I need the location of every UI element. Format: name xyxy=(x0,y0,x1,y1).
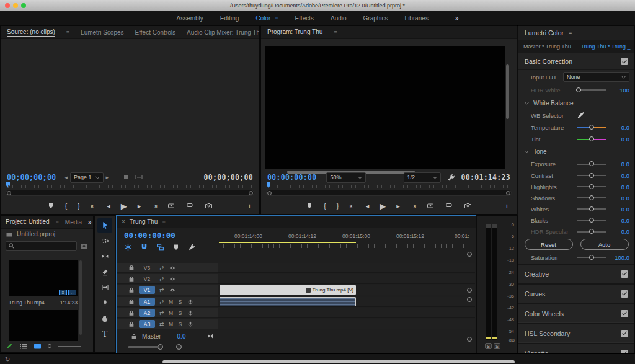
workspace-tab-assembly[interactable]: Assembly xyxy=(176,15,203,22)
goto-in-icon[interactable]: ⇤ xyxy=(349,203,355,210)
whites-slider[interactable] xyxy=(577,208,606,210)
source-timecode[interactable]: 00;00;00;00 xyxy=(7,173,56,182)
toggle-track-output-eye-icon[interactable] xyxy=(169,276,176,282)
lumetri-menu-icon[interactable]: ≡ xyxy=(569,30,572,36)
blacks-value[interactable]: 0.0 xyxy=(610,217,629,224)
workspace-tab-color[interactable]: Color xyxy=(255,15,270,22)
step-forward-icon[interactable]: ▸ xyxy=(396,203,400,210)
step-back-icon[interactable]: ◂ xyxy=(366,203,370,210)
section-color-wheels[interactable]: Color Wheels xyxy=(518,303,634,323)
goto-in-icon[interactable]: ⇤ xyxy=(91,203,96,210)
track-target-a1[interactable]: A1 xyxy=(139,298,155,306)
sync-lock-icon[interactable]: ⇄ xyxy=(159,287,164,293)
timeline-settings-wrench-icon[interactable] xyxy=(188,244,195,251)
source-zoom-handle-right[interactable] xyxy=(249,191,253,195)
solo-button[interactable]: S xyxy=(178,321,183,327)
goto-out-icon[interactable]: ⇥ xyxy=(151,203,157,210)
voiceover-mic-icon[interactable] xyxy=(187,309,193,317)
track-resize-handle[interactable] xyxy=(467,252,472,257)
section-basic-correction[interactable]: Basic Correction xyxy=(518,53,634,70)
program-vscrollbar[interactable] xyxy=(506,64,509,119)
add-marker-icon[interactable] xyxy=(306,202,313,210)
track-a2-lane[interactable] xyxy=(218,308,475,318)
project-panel-menu-icon[interactable]: ≡ xyxy=(56,219,59,225)
mute-button[interactable]: M xyxy=(169,321,174,327)
sync-lock-icon[interactable]: ⇄ xyxy=(159,299,164,305)
temperature-slider[interactable] xyxy=(577,127,606,128)
creative-checkbox[interactable] xyxy=(621,270,628,278)
output-settings-icon[interactable] xyxy=(122,174,130,181)
playback-resolution-select[interactable]: 1/2 xyxy=(404,172,441,183)
audio-clip[interactable] xyxy=(220,297,356,306)
track-a3-lane[interactable] xyxy=(218,319,475,329)
hdr-specular-slider[interactable] xyxy=(577,231,606,233)
contrast-slider[interactable] xyxy=(577,175,606,176)
section-curves[interactable]: Curves xyxy=(518,283,634,303)
contrast-value[interactable]: 0.0 xyxy=(610,172,629,179)
solo-button[interactable]: S xyxy=(178,310,183,316)
track-resize-handle[interactable] xyxy=(467,288,472,293)
pen-tool[interactable] xyxy=(97,296,112,310)
tab-source[interactable]: Source: (no clips) xyxy=(7,29,55,37)
track-v2-lane[interactable] xyxy=(218,274,475,284)
input-lut-select[interactable]: None xyxy=(563,72,629,82)
zoom-level-select[interactable]: 50% xyxy=(326,172,366,183)
sequence-clip-label[interactable]: Trung Thu * Trung _ xyxy=(580,43,630,50)
shadows-slider[interactable] xyxy=(577,197,606,198)
clip-thumbnail[interactable]: ≡ ↔ xyxy=(9,260,78,296)
page-prev-icon[interactable]: ◂ xyxy=(64,174,68,180)
bottom-scroll-strip[interactable] xyxy=(162,360,515,363)
program-zoom-handle-right[interactable] xyxy=(506,191,510,195)
project-file-row[interactable]: Untitled.prproj xyxy=(1,229,93,239)
lock-track-icon[interactable] xyxy=(128,275,135,282)
basic-correction-checkbox[interactable] xyxy=(621,58,628,65)
timeline-zoom-handle-left[interactable] xyxy=(158,344,163,350)
lock-track-icon[interactable] xyxy=(128,309,135,316)
goto-out-icon[interactable]: ⇥ xyxy=(411,203,416,210)
tone-header[interactable]: Tone xyxy=(518,145,634,158)
timeline-zoom-handle-right[interactable] xyxy=(176,344,182,350)
razor-tool[interactable] xyxy=(97,265,112,279)
new-search-bin-icon[interactable] xyxy=(80,242,88,249)
timeline-hscrollbar[interactable] xyxy=(123,344,468,350)
safe-margins-icon[interactable] xyxy=(135,174,143,181)
lock-track-icon[interactable] xyxy=(131,333,137,340)
solo-button[interactable]: S xyxy=(178,299,183,305)
master-gain-value[interactable]: 0.0 xyxy=(177,333,186,340)
project-vscrollbar[interactable] xyxy=(79,260,82,335)
timeline-scroll-thumb[interactable] xyxy=(128,346,160,348)
tab-project[interactable]: Project: Untitled xyxy=(6,218,50,226)
tint-value[interactable]: 0.0 xyxy=(610,136,629,143)
source-zoom-handle-left[interactable] xyxy=(7,191,11,195)
temperature-value[interactable]: 0.0 xyxy=(610,124,629,131)
lift-icon[interactable] xyxy=(427,202,435,210)
reset-button[interactable]: Reset xyxy=(525,239,573,250)
track-resize-handle[interactable] xyxy=(467,297,472,302)
tab-sequence-trung-thu[interactable]: Trung Thu xyxy=(130,218,158,225)
highlights-slider[interactable] xyxy=(577,186,606,187)
master-meter-bowtie-icon[interactable] xyxy=(206,332,214,340)
program-zoom-handle-left[interactable] xyxy=(267,191,272,195)
solo-left-button[interactable]: S xyxy=(485,343,492,349)
highlights-value[interactable]: 0.0 xyxy=(610,184,629,190)
sync-lock-icon[interactable]: ⇄ xyxy=(159,276,164,282)
hsl-secondary-checkbox[interactable] xyxy=(621,330,628,337)
toggle-track-output-eye-icon[interactable] xyxy=(169,287,176,293)
icon-view-icon[interactable] xyxy=(33,343,42,350)
workspace-tab-audio[interactable]: Audio xyxy=(331,15,347,22)
page-next-icon[interactable]: ▸ xyxy=(106,174,109,180)
hdr-specular-value[interactable]: 0.0 xyxy=(610,228,629,235)
lock-track-icon[interactable] xyxy=(128,286,135,293)
settings-wrench-icon[interactable] xyxy=(447,174,455,182)
exposure-slider[interactable] xyxy=(577,164,606,165)
shadows-value[interactable]: 0.0 xyxy=(610,195,629,202)
curves-checkbox[interactable] xyxy=(621,290,628,298)
program-scrollbar[interactable] xyxy=(266,190,512,196)
export-frame-icon[interactable] xyxy=(464,202,472,210)
toggle-track-output-eye-icon[interactable] xyxy=(169,265,176,271)
track-target-a2[interactable]: A2 xyxy=(139,309,155,317)
play-icon[interactable]: ▶ xyxy=(121,202,127,210)
workspace-tab-editing[interactable]: Editing xyxy=(220,15,239,22)
eyedropper-icon[interactable] xyxy=(577,112,585,120)
add-marker-icon[interactable] xyxy=(47,202,55,210)
